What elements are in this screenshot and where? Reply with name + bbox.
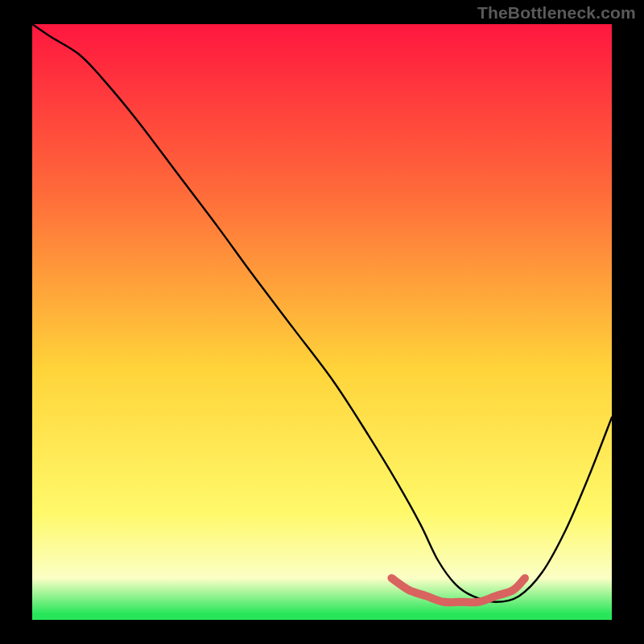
bottleneck-plot [32, 24, 612, 620]
gradient-bg [32, 24, 612, 620]
watermark-text: TheBottleneck.com [477, 3, 636, 23]
plot-svg [32, 24, 612, 620]
chart-frame: TheBottleneck.com [0, 0, 644, 644]
